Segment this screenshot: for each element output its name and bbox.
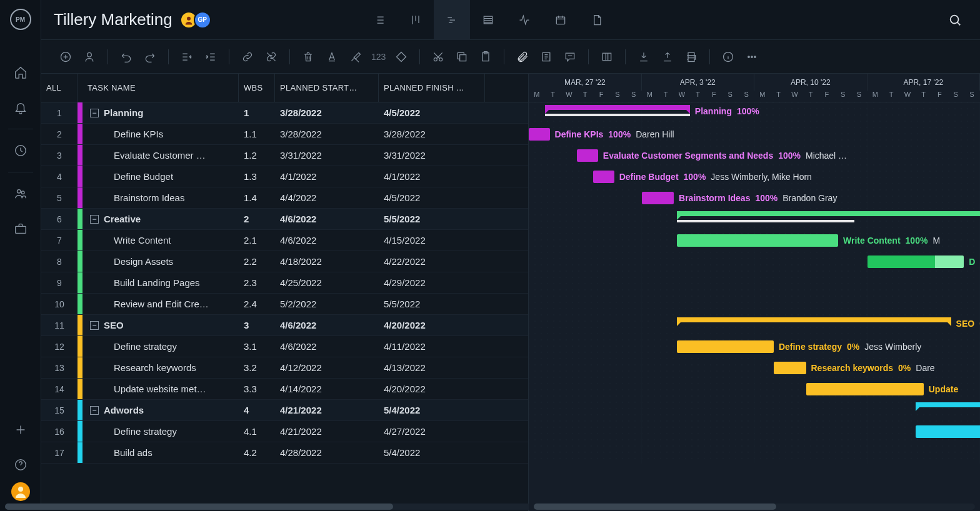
paste-icon[interactable] <box>475 46 496 67</box>
task-name-cell[interactable]: Review and Edit Cre… <box>88 299 239 309</box>
col-task-name[interactable]: TASK NAME <box>82 74 239 102</box>
app-logo[interactable]: PM <box>10 9 31 30</box>
link-icon[interactable] <box>237 46 258 67</box>
collapse-icon[interactable]: − <box>90 406 99 415</box>
table-row[interactable]: 10Review and Edit Cre…2.45/2/20225/5/202… <box>41 294 528 315</box>
task-name-cell[interactable]: Define strategy <box>88 341 239 352</box>
comment-icon[interactable] <box>559 46 581 67</box>
columns-icon[interactable] <box>596 46 618 67</box>
search-icon[interactable] <box>942 7 968 32</box>
task-name-cell[interactable]: Define strategy <box>88 426 239 437</box>
view-gantt-icon[interactable] <box>434 0 470 40</box>
table-row[interactable]: 9Build Landing Pages2.34/25/20224/29/202… <box>41 272 528 294</box>
member-avatar-2[interactable]: GP <box>194 11 211 29</box>
gantt-task-bar[interactable]: Update <box>806 383 924 395</box>
diamond-icon[interactable] <box>391 46 412 67</box>
attach-icon[interactable] <box>512 46 533 67</box>
task-name-cell[interactable]: Brainstorm Ideas <box>88 192 239 203</box>
notes-icon[interactable] <box>536 46 557 67</box>
col-all[interactable]: ALL <box>41 74 78 102</box>
table-row[interactable]: 1−Planning13/28/20224/5/2022 <box>41 102 528 124</box>
table-row[interactable]: 11−SEO34/6/20224/20/2022 <box>41 315 528 336</box>
gantt-task-bar[interactable]: Evaluate Customer Segments and Needs100%… <box>577 149 598 162</box>
table-row[interactable]: 13Research keywords3.24/12/20224/13/2022 <box>41 357 528 379</box>
gantt-task-bar[interactable]: Define Budget100%Jess Wimberly, Mike Hor… <box>593 171 614 183</box>
cut-icon[interactable] <box>428 46 449 67</box>
view-list-icon[interactable] <box>361 0 398 40</box>
col-start[interactable]: PLANNED START… <box>275 74 379 102</box>
table-row[interactable]: 4Define Budget1.34/1/20224/1/2022 <box>41 166 528 187</box>
view-sheet-icon[interactable] <box>470 0 506 40</box>
print-icon[interactable] <box>681 46 702 67</box>
redo-icon[interactable] <box>139 46 161 67</box>
text-icon[interactable] <box>321 46 342 67</box>
task-name-cell[interactable]: −SEO <box>88 320 239 330</box>
task-name-cell[interactable]: Design Assets <box>88 256 239 267</box>
import-icon[interactable] <box>633 46 654 67</box>
clear-icon[interactable] <box>345 46 366 67</box>
project-members[interactable]: GP <box>184 11 211 29</box>
task-name-cell[interactable]: Build ads <box>88 447 239 458</box>
gantt-summary-bar[interactable] <box>916 402 980 407</box>
task-name-cell[interactable]: −Adwords <box>88 405 239 415</box>
task-name-cell[interactable]: Evaluate Customer … <box>88 150 239 161</box>
indent-icon[interactable] <box>200 46 221 67</box>
table-row[interactable]: 16Define strategy4.14/21/20224/27/2022 <box>41 421 528 442</box>
table-row[interactable]: 3Evaluate Customer …1.23/31/20223/31/202… <box>41 145 528 166</box>
gantt-task-bar[interactable] <box>916 425 980 438</box>
table-row[interactable]: 8Design Assets2.24/18/20224/22/2022 <box>41 251 528 272</box>
task-name-cell[interactable]: Define Budget <box>88 171 239 182</box>
delete-icon[interactable] <box>298 46 319 67</box>
gantt-task-bar[interactable]: D <box>868 255 964 268</box>
task-name-cell[interactable]: Research keywords <box>88 362 239 373</box>
table-row[interactable]: 5Brainstorm Ideas1.44/4/20224/5/2022 <box>41 187 528 209</box>
view-file-icon[interactable] <box>579 0 615 40</box>
plus-icon[interactable] <box>0 412 41 447</box>
view-board-icon[interactable] <box>398 0 434 40</box>
outdent-icon[interactable] <box>176 46 198 67</box>
users-icon[interactable] <box>0 176 41 211</box>
gantt-summary-bar[interactable] <box>677 211 980 216</box>
assign-icon[interactable] <box>79 46 100 67</box>
task-name-cell[interactable]: Define KPIs <box>88 129 239 139</box>
bell-icon[interactable] <box>0 90 41 125</box>
table-row[interactable]: 7Write Content2.14/6/20224/15/2022 <box>41 230 528 251</box>
gantt-summary-bar[interactable]: Planning100% <box>545 105 690 110</box>
view-calendar-icon[interactable] <box>542 0 579 40</box>
table-row[interactable]: 6−Creative24/6/20225/5/2022 <box>41 209 528 230</box>
copy-icon[interactable] <box>451 46 472 67</box>
gantt-scrollbar[interactable] <box>534 504 975 510</box>
gantt-task-bar[interactable]: Research keywords0%Dare <box>774 362 806 374</box>
table-row[interactable]: 2Define KPIs1.13/28/20223/28/2022 <box>41 124 528 145</box>
col-wbs[interactable]: WBS <box>239 74 275 102</box>
task-name-cell[interactable]: −Planning <box>88 107 239 118</box>
info-icon[interactable] <box>718 46 739 67</box>
view-activity-icon[interactable] <box>506 0 542 40</box>
col-finish[interactable]: PLANNED FINISH … <box>379 74 485 102</box>
gantt-summary-bar[interactable]: SEO0% <box>677 317 951 322</box>
briefcase-icon[interactable] <box>0 211 41 246</box>
more-icon[interactable] <box>741 46 762 67</box>
task-name-cell[interactable]: Update website met… <box>88 384 239 394</box>
user-avatar[interactable] <box>11 482 30 501</box>
undo-icon[interactable] <box>116 46 137 67</box>
unlink-icon[interactable] <box>261 46 282 67</box>
help-icon[interactable] <box>0 447 41 482</box>
clock-icon[interactable] <box>0 133 41 168</box>
table-row[interactable]: 15−Adwords44/21/20225/4/2022 <box>41 400 528 421</box>
table-row[interactable]: 12Define strategy3.14/6/20224/11/2022 <box>41 336 528 357</box>
table-row[interactable]: 17Build ads4.24/28/20225/4/2022 <box>41 442 528 464</box>
table-row[interactable]: 14Update website met…3.34/14/20224/20/20… <box>41 379 528 400</box>
task-name-cell[interactable]: Build Landing Pages <box>88 277 239 288</box>
gantt-task-bar[interactable]: Define strategy0%Jess Wimberly <box>677 340 774 353</box>
number-label[interactable]: 123 <box>369 46 388 67</box>
task-name-cell[interactable]: −Creative <box>88 214 239 224</box>
task-name-cell[interactable]: Write Content <box>88 235 239 246</box>
collapse-icon[interactable]: − <box>90 215 99 224</box>
export-icon[interactable] <box>657 46 678 67</box>
collapse-icon[interactable]: − <box>90 109 99 117</box>
home-icon[interactable] <box>0 55 41 90</box>
add-icon[interactable] <box>55 46 76 67</box>
gantt-task-bar[interactable]: Write Content100%M <box>677 234 838 247</box>
gantt-task-bar[interactable]: Define KPIs100%Daren Hill <box>529 128 550 141</box>
